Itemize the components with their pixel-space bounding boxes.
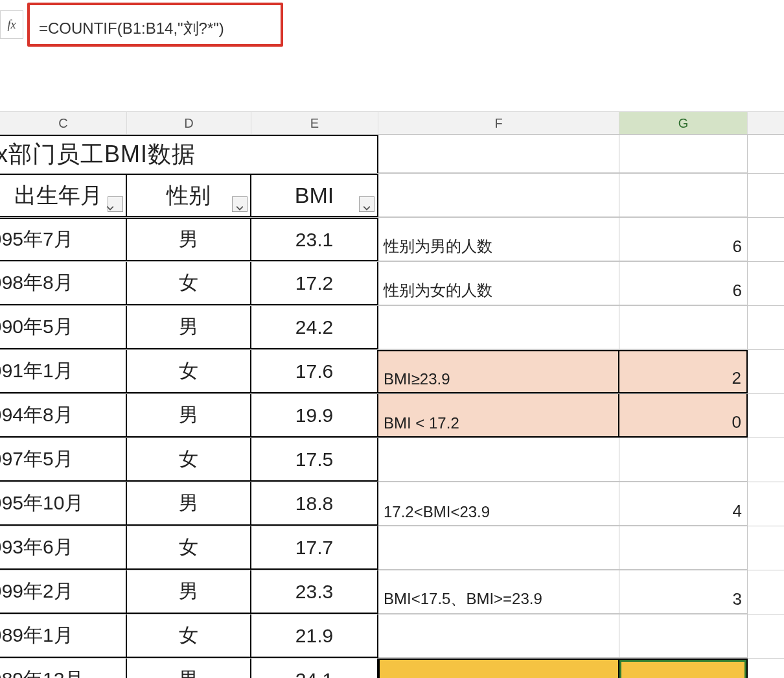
cell-blank[interactable] — [378, 135, 619, 173]
cell-stat-label[interactable]: 17.2<BMI<23.9 — [378, 482, 619, 526]
fx-button[interactable]: fx — [0, 10, 23, 39]
header-gender[interactable]: 性别 — [127, 174, 251, 217]
cell-gender[interactable]: 女 — [127, 614, 251, 658]
cell-stat-label[interactable]: BMI < 17.2 — [378, 394, 619, 438]
cell-stat-value[interactable] — [619, 614, 748, 658]
table-row: 990年5月男24.2 — [0, 306, 784, 350]
cell-gender[interactable]: 女 — [127, 526, 251, 570]
chevron-down-icon — [363, 192, 371, 217]
column-header-G[interactable]: G — [619, 112, 748, 134]
cell-birth[interactable]: 995年7月 — [0, 218, 127, 261]
filter-button[interactable] — [108, 196, 123, 212]
column-header-D[interactable]: D — [127, 112, 251, 134]
cell-stat-label[interactable]: BMI≥23.9 — [378, 350, 619, 393]
cell-stat-value[interactable]: 3 — [619, 570, 748, 614]
cell-stat-value[interactable]: 0 — [619, 394, 748, 438]
cell-birth[interactable]: 993年6月 — [0, 526, 127, 570]
cell-bmi[interactable]: 24.1 — [251, 659, 378, 678]
header-gender-label: 性别 — [167, 181, 211, 211]
cell-bmi[interactable]: 17.5 — [251, 438, 378, 482]
cell-gender[interactable]: 女 — [127, 438, 251, 482]
cell-gender[interactable]: 男 — [127, 218, 251, 261]
chevron-down-icon — [236, 192, 244, 217]
cell-birth[interactable]: 997年5月 — [0, 438, 127, 482]
cell-stat-value[interactable]: 2 — [619, 350, 748, 393]
cell-bmi[interactable]: 19.9 — [251, 394, 378, 438]
cell-gender[interactable]: 男 — [127, 394, 251, 438]
cell-stat-label[interactable] — [378, 306, 619, 349]
cell-bmi[interactable]: 23.3 — [251, 570, 378, 614]
spreadsheet-grid: C D E F G x部门员工BMI数据 出生年月 性别 — [0, 111, 784, 678]
cell-birth[interactable]: 998年8月 — [0, 262, 127, 305]
table-row: 989年1月女21.9 — [0, 614, 784, 659]
cell-birth[interactable]: 989年1月 — [0, 614, 127, 658]
cell-birth[interactable]: 995年10月 — [0, 482, 127, 526]
cell-birth[interactable]: 991年1月 — [0, 350, 127, 393]
rows-container: 995年7月男23.1性别为男的人数6998年8月女17.2性别为女的人数699… — [0, 218, 784, 678]
table-row: 989年12月男24.1统计姓"刘"的人数2 — [0, 659, 784, 678]
table-row: 994年8月男19.9BMI < 17.20 — [0, 394, 784, 438]
cell-bmi[interactable]: 17.7 — [251, 526, 378, 570]
cell-stat-label[interactable]: 性别为女的人数 — [378, 262, 619, 305]
sheet-title[interactable]: x部门员工BMI数据 — [0, 135, 378, 173]
cell-stat-value[interactable] — [619, 438, 748, 482]
cell-gender[interactable]: 男 — [127, 306, 251, 349]
column-header-C[interactable]: C — [0, 112, 127, 134]
table-row: 995年10月男18.817.2<BMI<23.94 — [0, 482, 784, 526]
cell-blank[interactable] — [619, 135, 748, 173]
cell-stat-label[interactable] — [378, 526, 619, 570]
cell-stat-label[interactable]: 性别为男的人数 — [378, 218, 619, 261]
cell-stat-label[interactable] — [378, 438, 619, 482]
cell-gender[interactable]: 男 — [127, 659, 251, 678]
cell-bmi[interactable]: 17.2 — [251, 262, 378, 305]
formula-input[interactable]: =COUNTIF(B1:B14,"刘?*") — [39, 18, 285, 39]
cell-gender[interactable]: 女 — [127, 350, 251, 393]
table-header-row: 出生年月 性别 BMI — [0, 174, 784, 218]
cell-bmi[interactable]: 24.2 — [251, 306, 378, 349]
cell-stat-value[interactable]: 2 — [619, 659, 748, 678]
cell-birth[interactable]: 994年8月 — [0, 394, 127, 438]
cell-stat-value[interactable]: 4 — [619, 482, 748, 526]
cell-stat-label[interactable] — [378, 614, 619, 658]
table-row: 998年8月女17.2性别为女的人数6 — [0, 262, 784, 306]
table-row: 997年5月女17.5 — [0, 438, 784, 482]
column-header-row: C D E F G — [0, 111, 784, 135]
filter-button[interactable] — [232, 196, 248, 212]
cell-gender[interactable]: 男 — [127, 570, 251, 614]
cell-bmi[interactable]: 18.8 — [251, 482, 378, 526]
cell-stat-label[interactable]: 统计姓"刘"的人数 — [378, 659, 619, 678]
table-row: 999年2月男23.3BMI<17.5、BMI>=23.93 — [0, 570, 784, 614]
header-birth[interactable]: 出生年月 — [0, 174, 127, 217]
cell-gender[interactable]: 女 — [127, 262, 251, 305]
column-header-E[interactable]: E — [251, 112, 378, 134]
cell-bmi[interactable]: 23.1 — [251, 218, 378, 261]
cell-birth[interactable]: 989年12月 — [0, 659, 127, 678]
cell-stat-value[interactable] — [619, 526, 748, 570]
table-row: 995年7月男23.1性别为男的人数6 — [0, 218, 784, 262]
cell-blank[interactable] — [378, 174, 619, 217]
cell-stat-label[interactable]: BMI<17.5、BMI>=23.9 — [378, 570, 619, 614]
column-header-F[interactable]: F — [378, 112, 619, 134]
header-birth-label: 出生年月 — [23, 181, 102, 211]
filter-button[interactable] — [359, 196, 375, 212]
cell-stat-value[interactable] — [619, 306, 748, 349]
cell-stat-value[interactable]: 6 — [619, 218, 748, 261]
cell-gender[interactable]: 男 — [127, 482, 251, 526]
cell-stat-value[interactable]: 6 — [619, 262, 748, 305]
cell-birth[interactable]: 999年2月 — [0, 570, 127, 614]
header-bmi[interactable]: BMI — [251, 174, 378, 217]
cell-birth[interactable]: 990年5月 — [0, 306, 127, 349]
table-row: 993年6月女17.7 — [0, 526, 784, 570]
cell-bmi[interactable]: 17.6 — [251, 350, 378, 393]
title-row: x部门员工BMI数据 — [0, 135, 784, 174]
table-row: 991年1月女17.6BMI≥23.92 — [0, 350, 784, 394]
cell-blank[interactable] — [619, 174, 748, 217]
active-cell-outline — [619, 660, 746, 678]
header-bmi-label: BMI — [295, 183, 334, 208]
cell-bmi[interactable]: 21.9 — [251, 614, 378, 658]
